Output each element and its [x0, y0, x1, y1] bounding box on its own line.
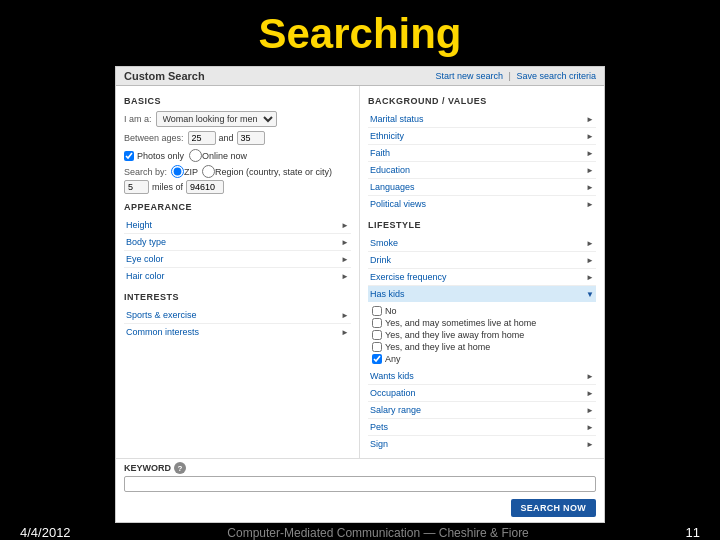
hair-color-arrow: ► — [341, 272, 349, 281]
common-interests-arrow: ► — [341, 328, 349, 337]
list-item[interactable]: Occupation ► — [368, 385, 596, 402]
age-from-input[interactable] — [188, 131, 216, 145]
zip-input[interactable] — [186, 180, 224, 194]
age-row: Between ages: and — [124, 131, 351, 145]
body-type-label: Body type — [126, 237, 166, 247]
search-by-row: Search by: ZIP Region (country, state or… — [124, 165, 351, 178]
haskids-sometimes-label: Yes, and may sometimes live at home — [385, 318, 536, 328]
interests-list: Sports & exercise ► Common interests ► — [124, 307, 351, 340]
list-item[interactable]: Sports & exercise ► — [124, 307, 351, 324]
haskids-home-row: Yes, and they live at home — [372, 342, 592, 352]
panel-header: Custom Search Start new search | Save se… — [116, 67, 604, 86]
list-item[interactable]: Pets ► — [368, 419, 596, 436]
list-item[interactable]: Wants kids ► — [368, 368, 596, 385]
online-radio[interactable] — [189, 149, 202, 162]
has-kids-label: Has kids — [370, 289, 405, 299]
haskids-any-checkbox[interactable] — [372, 354, 382, 364]
right-column: BACKGROUND / VALUES Marital status ► Eth… — [360, 86, 604, 458]
zip-label: ZIP — [184, 167, 198, 177]
keyword-bottom: SEARCH NOW — [116, 499, 604, 522]
salary-range-label: Salary range — [370, 405, 421, 415]
list-item[interactable]: Education ► — [368, 162, 596, 179]
left-column: BASICS I am a: Woman looking for men Bet… — [116, 86, 360, 458]
lifestyle-heading: LIFESTYLE — [368, 220, 596, 230]
keyword-section: KEYWORD ? — [116, 458, 604, 495]
miles-input[interactable] — [124, 180, 149, 194]
height-arrow: ► — [341, 221, 349, 230]
miles-label: miles of — [152, 182, 183, 192]
region-radio[interactable] — [202, 165, 215, 178]
iam-select[interactable]: Woman looking for men — [156, 111, 277, 127]
separator: | — [509, 71, 511, 81]
list-item[interactable]: Languages ► — [368, 179, 596, 196]
faith-arrow: ► — [586, 149, 594, 158]
languages-label: Languages — [370, 182, 415, 192]
interests-heading: INTERESTS — [124, 292, 351, 302]
appearance-list: Height ► Body type ► Eye color ► Hair co… — [124, 217, 351, 284]
pets-arrow: ► — [586, 423, 594, 432]
miles-row: miles of — [124, 180, 351, 194]
list-item[interactable]: Faith ► — [368, 145, 596, 162]
political-views-label: Political views — [370, 199, 426, 209]
list-item[interactable]: Political views ► — [368, 196, 596, 212]
haskids-away-row: Yes, and they live away from home — [372, 330, 592, 340]
footer-page-number: 11 — [686, 525, 700, 540]
keyword-label: KEYWORD ? — [124, 462, 596, 474]
photos-only-row: Photos only Online now — [124, 149, 351, 162]
sign-arrow: ► — [586, 440, 594, 449]
wants-kids-label: Wants kids — [370, 371, 414, 381]
panel-title: Custom Search — [124, 70, 205, 82]
faith-label: Faith — [370, 148, 390, 158]
haskids-no-row: No — [372, 306, 592, 316]
marital-status-arrow: ► — [586, 115, 594, 124]
has-kids-item[interactable]: Has kids ▼ — [368, 286, 596, 302]
hair-color-label: Hair color — [126, 271, 165, 281]
photos-only-label: Photos only — [137, 151, 184, 161]
keyword-help-icon[interactable]: ? — [174, 462, 186, 474]
sign-label: Sign — [370, 439, 388, 449]
age-to-input[interactable] — [237, 131, 265, 145]
list-item[interactable]: Eye color ► — [124, 251, 351, 268]
education-arrow: ► — [586, 166, 594, 175]
list-item[interactable]: Body type ► — [124, 234, 351, 251]
haskids-no-label: No — [385, 306, 397, 316]
appearance-heading: APPEARANCE — [124, 202, 351, 212]
list-item[interactable]: Ethnicity ► — [368, 128, 596, 145]
haskids-sometimes-checkbox[interactable] — [372, 318, 382, 328]
sports-arrow: ► — [341, 311, 349, 320]
basics-heading: BASICS — [124, 96, 351, 106]
keyword-input[interactable] — [124, 476, 596, 492]
wants-kids-arrow: ► — [586, 372, 594, 381]
photos-only-checkbox[interactable] — [124, 151, 134, 161]
footer-date: 4/4/2012 — [20, 525, 71, 540]
footer-center: Computer-Mediated Communication — Cheshi… — [227, 526, 528, 540]
haskids-home-checkbox[interactable] — [372, 342, 382, 352]
header-actions: Start new search | Save search criteria — [436, 71, 596, 81]
political-views-arrow: ► — [586, 200, 594, 209]
list-item[interactable]: Drink ► — [368, 252, 596, 269]
list-item[interactable]: Height ► — [124, 217, 351, 234]
eye-color-arrow: ► — [341, 255, 349, 264]
haskids-sometimes-row: Yes, and may sometimes live at home — [372, 318, 592, 328]
list-item[interactable]: Common interests ► — [124, 324, 351, 340]
list-item[interactable]: Hair color ► — [124, 268, 351, 284]
height-label: Height — [126, 220, 152, 230]
page-title: Searching — [0, 0, 720, 66]
haskids-any-label: Any — [385, 354, 401, 364]
haskids-away-checkbox[interactable] — [372, 330, 382, 340]
list-item[interactable]: Smoke ► — [368, 235, 596, 252]
list-item[interactable]: Salary range ► — [368, 402, 596, 419]
haskids-no-checkbox[interactable] — [372, 306, 382, 316]
list-item[interactable]: Sign ► — [368, 436, 596, 452]
search-by-label: Search by: — [124, 167, 167, 177]
iam-label: I am a: — [124, 114, 152, 124]
zip-radio[interactable] — [171, 165, 184, 178]
haskids-any-row: Any — [372, 354, 592, 364]
save-search-link[interactable]: Save search criteria — [516, 71, 596, 81]
list-item[interactable]: Marital status ► — [368, 111, 596, 128]
bottom-bar: 4/4/2012 Computer-Mediated Communication… — [0, 525, 720, 540]
list-item[interactable]: Exercise frequency ► — [368, 269, 596, 286]
search-now-button[interactable]: SEARCH NOW — [511, 499, 597, 517]
start-new-search-link[interactable]: Start new search — [436, 71, 504, 81]
exercise-freq-arrow: ► — [586, 273, 594, 282]
